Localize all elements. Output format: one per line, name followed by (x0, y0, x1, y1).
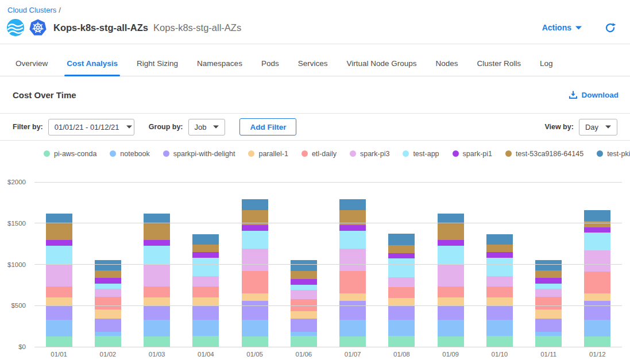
bar-segment-sparkpi-with-delight[interactable] (144, 305, 170, 319)
bar-segment-spark-pi1[interactable] (486, 252, 513, 258)
tab-cluster-rolls[interactable]: Cluster Rolls (477, 59, 521, 76)
date-range-select[interactable]: 01/01/21 - 01/12/21 (48, 119, 134, 135)
bar-segment-test-app[interactable] (584, 233, 610, 250)
bar-segment-pi-aws-conda[interactable] (46, 336, 72, 347)
tab-log[interactable]: Log (540, 59, 553, 76)
bar-segment-spark-pi1[interactable] (535, 278, 562, 284)
bar-segment-pi-aws-conda[interactable] (339, 336, 366, 347)
bar-segment-test-53ca9186-64145[interactable] (535, 270, 562, 277)
bar-segment-notebook[interactable] (46, 320, 72, 336)
tab-services[interactable]: Services (298, 59, 328, 76)
bar-segment-test-app[interactable] (339, 231, 366, 249)
bar-segment-etl-daily[interactable] (438, 286, 464, 297)
bar-segment-pi-aws-conda[interactable] (486, 336, 513, 347)
bar-segment-etl-daily[interactable] (535, 297, 562, 310)
bar-segment-test-pkix[interactable] (144, 214, 170, 224)
bar-segment-parallel-1[interactable] (144, 297, 170, 305)
bar-segment-parallel-1[interactable] (438, 297, 464, 305)
bar-segment-test-pkix[interactable] (192, 234, 219, 245)
bar-segment-spark-pi3[interactable] (242, 249, 268, 271)
bar-segment-spark-pi3[interactable] (486, 276, 513, 287)
bar-segment-test-53ca9186-64145[interactable] (486, 245, 513, 252)
bar-segment-parallel-1[interactable] (192, 297, 219, 305)
bar-segment-etl-daily[interactable] (584, 272, 610, 293)
bar-segment-spark-pi3[interactable] (95, 289, 121, 297)
download-button[interactable]: Download (569, 90, 619, 99)
legend-item-spark-pi3[interactable]: spark-pi3 (350, 150, 389, 158)
bar-segment-pi-aws-conda[interactable] (144, 336, 170, 347)
bar-segment-test-pkix[interactable] (242, 199, 268, 210)
bar-segment-test-app[interactable] (192, 258, 219, 276)
bar-segment-spark-pi3[interactable] (144, 264, 170, 286)
bar-segment-spark-pi1[interactable] (291, 279, 317, 285)
bar-segment-sparkpi-with-delight[interactable] (46, 305, 72, 319)
bar-segment-test-53ca9186-64145[interactable] (192, 245, 219, 252)
bar-segment-etl-daily[interactable] (95, 297, 121, 310)
bar-segment-parallel-1[interactable] (46, 297, 72, 305)
bar-segment-sparkpi-with-delight[interactable] (95, 319, 121, 332)
bar-segment-spark-pi3[interactable] (388, 277, 415, 287)
bar-segment-test-pkix[interactable] (584, 210, 610, 221)
bar-segment-test-53ca9186-64145[interactable] (291, 271, 317, 279)
group-by-select[interactable]: Job (188, 119, 226, 135)
bar-segment-spark-pi1[interactable] (438, 240, 464, 246)
bar-segment-notebook[interactable] (486, 320, 513, 336)
bar-segment-notebook[interactable] (144, 320, 170, 336)
bar-segment-sparkpi-with-delight[interactable] (339, 301, 366, 320)
view-by-select[interactable]: Day (579, 119, 617, 135)
legend-item-test-app[interactable]: test-app (403, 150, 439, 158)
bar-segment-parallel-1[interactable] (242, 293, 268, 301)
bar-segment-pi-aws-conda[interactable] (535, 336, 562, 347)
bar-segment-spark-pi3[interactable] (291, 290, 317, 299)
bar-segment-notebook[interactable] (192, 320, 219, 336)
legend-item-parallel-1[interactable]: parallel-1 (248, 150, 288, 158)
bar-segment-sparkpi-with-delight[interactable] (584, 301, 610, 320)
legend-item-etl-daily[interactable]: etl-daily (302, 150, 337, 158)
bar-segment-spark-pi1[interactable] (192, 252, 219, 258)
bar-segment-notebook[interactable] (388, 320, 415, 336)
bar-segment-etl-daily[interactable] (192, 286, 219, 297)
bar-segment-notebook[interactable] (339, 320, 366, 336)
bar-segment-sparkpi-with-delight[interactable] (388, 305, 415, 320)
bar-segment-test-pkix[interactable] (535, 260, 562, 270)
bar-segment-spark-pi1[interactable] (584, 227, 610, 233)
bar-segment-test-app[interactable] (438, 246, 464, 264)
bar-segment-sparkpi-with-delight[interactable] (192, 305, 219, 319)
bar-segment-notebook[interactable] (438, 320, 464, 336)
bar-segment-parallel-1[interactable] (486, 297, 513, 305)
tab-cost-analysis[interactable]: Cost Analysis (67, 59, 118, 76)
bar-segment-spark-pi1[interactable] (339, 225, 366, 230)
tab-virtual-node-groups[interactable]: Virtual Node Groups (346, 59, 416, 76)
actions-button[interactable]: Actions (542, 23, 582, 32)
bar-segment-sparkpi-with-delight[interactable] (242, 301, 268, 320)
bar-segment-test-53ca9186-64145[interactable] (144, 224, 170, 240)
bar-segment-spark-pi3[interactable] (535, 289, 562, 297)
bar-segment-pi-aws-conda[interactable] (192, 336, 219, 347)
bar-segment-pi-aws-conda[interactable] (438, 336, 464, 347)
bar-segment-test-app[interactable] (535, 284, 562, 289)
bar-segment-test-pkix[interactable] (46, 214, 72, 224)
bar-segment-parallel-1[interactable] (535, 309, 562, 318)
bar-segment-notebook[interactable] (242, 320, 268, 336)
bar-segment-pi-aws-conda[interactable] (242, 336, 268, 347)
bar-segment-parallel-1[interactable] (95, 309, 121, 318)
bar-segment-test-app[interactable] (486, 258, 513, 276)
bar-segment-etl-daily[interactable] (242, 271, 268, 293)
bar-segment-parallel-1[interactable] (291, 311, 317, 319)
bar-segment-pi-aws-conda[interactable] (584, 336, 610, 347)
bar-segment-test-pkix[interactable] (486, 234, 513, 245)
legend-item-test-53ca9186-64145[interactable]: test-53ca9186-64145 (505, 150, 583, 158)
add-filter-button[interactable]: Add Filter (239, 118, 296, 135)
bar-segment-spark-pi3[interactable] (339, 249, 366, 271)
refresh-icon[interactable] (604, 22, 616, 34)
bar-segment-test-app[interactable] (144, 246, 170, 264)
bar-segment-sparkpi-with-delight[interactable] (291, 319, 317, 332)
tab-pods[interactable]: Pods (261, 59, 279, 76)
bar-segment-test-app[interactable] (291, 285, 317, 290)
bar-segment-spark-pi3[interactable] (46, 264, 72, 286)
bar-segment-spark-pi1[interactable] (144, 240, 170, 246)
bar-segment-spark-pi1[interactable] (95, 278, 121, 284)
bar-segment-sparkpi-with-delight[interactable] (486, 305, 513, 319)
bar-segment-spark-pi1[interactable] (46, 240, 72, 246)
legend-item-sparkpi-with-delight[interactable]: sparkpi-with-delight (163, 150, 235, 158)
